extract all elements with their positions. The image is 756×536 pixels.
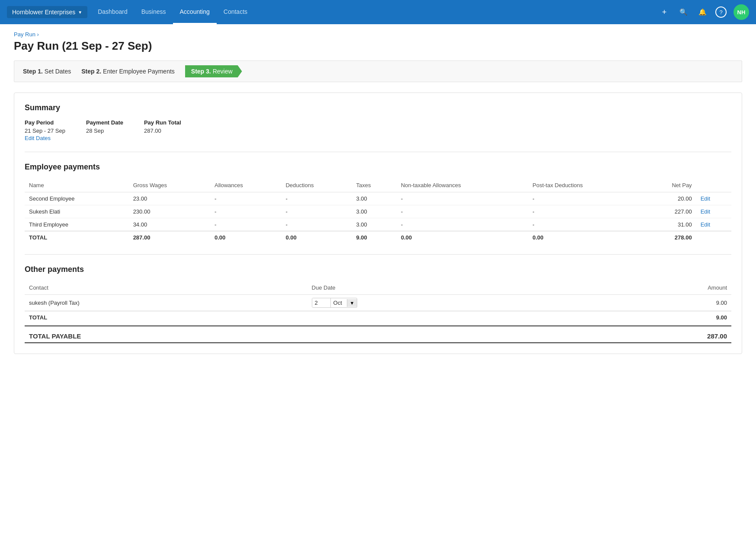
total-post-tax: 0.00 [528,231,641,244]
step-2[interactable]: Step 2. Enter Employee Payments [81,68,175,75]
summary-pay-run-total: Pay Run Total 287.00 [144,119,181,141]
divider-2 [25,254,731,255]
nav-links: Dashboard Business Accounting Contacts [91,0,658,24]
emp-post-tax: - [528,218,641,231]
summary-payment-date: Payment Date 28 Sep [86,119,123,141]
edit-dates-link[interactable]: Edit Dates [25,135,51,141]
col-taxes: Taxes [352,179,396,192]
emp-net-pay: 31.00 [641,218,696,231]
step-3[interactable]: Step 3. Review [185,65,242,77]
emp-post-tax: - [528,192,641,205]
breadcrumb[interactable]: Pay Run › [14,31,742,38]
other-contact: sukesh (Payroll Tax) [25,295,308,311]
summary-pay-period: Pay Period 21 Sep - 27 Sep Edit Dates [25,119,65,141]
summary-title: Summary [25,103,731,112]
bell-icon[interactable]: 🔔 [696,8,708,16]
total-allowances: 0.00 [210,231,281,244]
emp-taxes: 3.00 [352,218,396,231]
edit-link[interactable]: Edit [701,221,710,228]
other-amount: 9.00 [590,295,731,311]
steps-bar: Step 1. Set Dates Step 2. Enter Employee… [14,61,742,82]
user-avatar[interactable]: NH [734,4,749,20]
col-non-taxable: Non-taxable Allowances [397,179,528,192]
nav-link-business[interactable]: Business [135,0,173,24]
edit-link[interactable]: Edit [701,195,710,202]
table-row: Third Employee 34.00 - - 3.00 - - 31.00 … [25,218,731,231]
emp-post-tax: - [528,205,641,218]
emp-allowances: - [210,205,281,218]
page-title: Pay Run (21 Sep - 27 Sep) [14,39,742,53]
top-navigation: Hornblower Enterprises ▼ Dashboard Busin… [0,0,756,24]
table-row: Second Employee 23.00 - - 3.00 - - 20.00… [25,192,731,205]
date-dropdown-button[interactable]: ▼ [347,299,357,307]
emp-deductions: - [281,205,352,218]
col-contact: Contact [25,281,308,295]
help-icon[interactable]: ? [715,6,727,18]
col-post-tax: Post-tax Deductions [528,179,641,192]
total-payable-row: TOTAL PAYABLE 287.00 [25,325,731,343]
emp-allowances: - [210,192,281,205]
other-payments-table: Contact Due Date Amount sukesh (Payroll … [25,281,731,324]
emp-edit-cell: Edit [696,192,731,205]
emp-deductions: - [281,218,352,231]
other-due-date[interactable]: Oct ▼ [308,295,590,311]
emp-name: Second Employee [25,192,129,205]
total-gross: 287.00 [129,231,210,244]
employee-totals-row: TOTAL 287.00 0.00 0.00 9.00 0.00 0.00 27… [25,231,731,244]
other-payments-title: Other payments [25,265,731,274]
step-1[interactable]: Step 1. Set Dates [23,68,71,75]
nav-right-icons: + 🔍 🔔 ? NH [658,4,749,20]
emp-non-taxable: - [397,192,528,205]
other-total-amount: 9.00 [590,311,731,324]
divider-1 [25,152,731,152]
other-total-label: TOTAL [25,311,308,324]
total-non-taxable: 0.00 [397,231,528,244]
emp-deductions: - [281,192,352,205]
emp-gross: 230.00 [129,205,210,218]
other-totals-row: TOTAL 9.00 [25,311,731,324]
emp-allowances: - [210,218,281,231]
employee-payments-title: Employee payments [25,163,731,172]
col-amount: Amount [590,281,731,295]
date-input-wrap[interactable]: Oct ▼ [312,298,358,308]
brand-menu[interactable]: Hornblower Enterprises ▼ [7,6,87,18]
total-payable-value: 287.00 [707,332,727,340]
emp-taxes: 3.00 [352,205,396,218]
brand-chevron-icon: ▼ [78,10,82,15]
employee-payments-table: Name Gross Wages Allowances Deductions T… [25,179,731,244]
col-due-date: Due Date [308,281,590,295]
col-deductions: Deductions [281,179,352,192]
total-taxes: 9.00 [352,231,396,244]
emp-gross: 23.00 [129,192,210,205]
col-action [696,179,731,192]
col-gross: Gross Wages [129,179,210,192]
nav-link-contacts[interactable]: Contacts [217,0,254,24]
edit-link[interactable]: Edit [701,208,710,215]
main-card: Summary Pay Period 21 Sep - 27 Sep Edit … [14,93,742,354]
col-net-pay: Net Pay [641,179,696,192]
nav-link-dashboard[interactable]: Dashboard [91,0,135,24]
total-deductions: 0.00 [281,231,352,244]
table-row: sukesh (Payroll Tax) Oct ▼ 9.00 [25,295,731,311]
total-net-pay: 278.00 [641,231,696,244]
emp-edit-cell: Edit [696,205,731,218]
plus-icon[interactable]: + [658,8,670,17]
total-payable-label: TOTAL PAYABLE [29,332,81,340]
col-name: Name [25,179,129,192]
due-date-day-input[interactable] [312,298,330,307]
emp-net-pay: 227.00 [641,205,696,218]
search-icon[interactable]: 🔍 [677,8,689,16]
nav-link-accounting[interactable]: Accounting [173,0,217,24]
emp-name: Sukesh Elati [25,205,129,218]
emp-non-taxable: - [397,218,528,231]
emp-non-taxable: - [397,205,528,218]
emp-gross: 34.00 [129,218,210,231]
due-date-month: Oct [330,298,347,307]
col-allowances: Allowances [210,179,281,192]
brand-label: Hornblower Enterprises [12,9,75,16]
summary-columns: Pay Period 21 Sep - 27 Sep Edit Dates Pa… [25,119,731,141]
total-label: TOTAL [25,231,129,244]
table-row: Sukesh Elati 230.00 - - 3.00 - - 227.00 … [25,205,731,218]
emp-taxes: 3.00 [352,192,396,205]
emp-net-pay: 20.00 [641,192,696,205]
